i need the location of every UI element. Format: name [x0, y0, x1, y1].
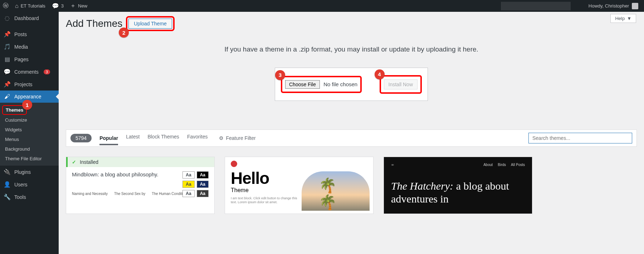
- upload-theme-button[interactable]: Upload Theme: [128, 19, 172, 29]
- swatch: Aa: [182, 181, 194, 188]
- elementor-icon: [231, 161, 237, 167]
- theme-count: 5794: [70, 134, 92, 142]
- home-icon: ⌂: [15, 3, 19, 9]
- toolbar-new-label: New: [78, 3, 87, 9]
- toolbar-account[interactable]: Howdy, Christopher: [589, 3, 641, 9]
- sidebar-label: Media: [14, 44, 28, 50]
- sidebar-plugins[interactable]: 🔌Plugins: [0, 166, 59, 178]
- swatch: Aa: [197, 190, 209, 197]
- annotation-4: 4: [375, 69, 385, 79]
- toolbar-new[interactable]: ＋ New: [70, 2, 87, 10]
- caret-down-icon: ▼: [627, 16, 631, 21]
- wordpress-icon: ⓦ: [3, 2, 9, 10]
- tt-post: The Second Sex by: [114, 192, 145, 196]
- color-swatches: Aa Aa Aa Aa Aa Aa: [182, 171, 209, 197]
- dashboard-icon: ◌: [4, 15, 11, 21]
- upload-theme-highlight: Upload Theme 2: [126, 16, 175, 31]
- appearance-submenu: Themes 1 Customize Widgets Menus Backgro…: [0, 103, 59, 166]
- submenu-theme-file-editor[interactable]: Theme File Editor: [0, 154, 59, 163]
- theme-card[interactable]: ✓ Installed Mindblown: a blog about phil…: [66, 157, 215, 214]
- toolbar-comments[interactable]: 💬 3: [52, 3, 64, 9]
- toolbar-comment-count: 3: [61, 3, 64, 9]
- sidebar-posts[interactable]: 📌Posts: [0, 28, 59, 40]
- filter-latest[interactable]: Latest: [126, 134, 140, 142]
- installed-label: Installed: [80, 159, 98, 165]
- sidebar-label: Pages: [14, 57, 29, 62]
- pin-icon: 📌: [4, 31, 11, 38]
- sidebar-label: Tools: [14, 194, 26, 200]
- swatch: Aa: [182, 171, 194, 179]
- admin-sidebar: ◌Dashboard 📌Posts 🎵Media ▤Pages 💬Comment…: [0, 12, 59, 254]
- plug-icon: 🔌: [4, 168, 11, 175]
- sidebar-label: Users: [14, 182, 28, 187]
- installed-banner: ✓ Installed: [66, 157, 214, 167]
- upload-panel: Choose File No file chosen 3 Install Now…: [275, 68, 428, 101]
- sidebar-label: Plugins: [14, 169, 31, 175]
- no-file-label: No file chosen: [323, 81, 357, 87]
- theme-card[interactable]: Hello Theme I am text block. Click edit …: [225, 157, 374, 214]
- sidebar-label: Dashboard: [14, 15, 39, 21]
- sidebar-label: Projects: [14, 82, 33, 87]
- theme-preview: Mindblown: a blog about philosophy. Nami…: [66, 167, 214, 214]
- submenu-customize[interactable]: Customize: [0, 115, 59, 125]
- hello-lorem: I am text block. Click edit button to ch…: [231, 196, 299, 204]
- site-name: ET Tutorials: [21, 3, 45, 9]
- avatar: [632, 3, 638, 9]
- annotation-1: 1: [22, 100, 32, 110]
- feature-filter[interactable]: ⚙ Feature Filter: [219, 135, 255, 141]
- page-title: Add Themes: [66, 18, 122, 29]
- media-icon: 🎵: [4, 43, 11, 50]
- help-tab[interactable]: Help ▼: [610, 14, 636, 23]
- sidebar-projects[interactable]: 📌Projects: [0, 78, 59, 91]
- feature-filter-label: Feature Filter: [226, 135, 255, 141]
- gear-icon: ⚙: [219, 135, 224, 141]
- wp-logo[interactable]: ⓦ: [3, 2, 9, 10]
- filter-popular[interactable]: Popular: [99, 135, 118, 145]
- sidebar-media[interactable]: 🎵Media: [0, 40, 59, 53]
- sidebar-label: Comments: [14, 69, 39, 75]
- swatch: Aa: [197, 171, 209, 179]
- comment-icon: 💬: [4, 68, 11, 75]
- sidebar-pages[interactable]: ▤Pages: [0, 53, 59, 65]
- submenu-menus[interactable]: Menus: [0, 135, 59, 144]
- page-icon: ▤: [4, 56, 11, 63]
- dark-nav-link: About: [483, 163, 493, 167]
- sidebar-label: Appearance: [14, 94, 42, 99]
- sidebar-label: Posts: [14, 31, 27, 37]
- hello-image: 🌴🌴: [302, 171, 370, 211]
- sidebar-tools[interactable]: 🔧Tools: [0, 191, 59, 203]
- theme-grid: ✓ Installed Mindblown: a blog about phil…: [66, 157, 637, 214]
- choose-file-button[interactable]: Choose File: [285, 80, 320, 89]
- theme-card[interactable]: ○○ About Birds All Posts The Hatchery: a…: [384, 157, 532, 214]
- sidebar-comments[interactable]: 💬Comments3: [0, 65, 59, 78]
- comment-icon: 💬: [52, 3, 59, 9]
- install-now-highlight: Install Now 4: [380, 75, 422, 94]
- brush-icon: 🖌: [4, 93, 11, 100]
- admin-toolbar: ⓦ ⌂ ET Tutorials 💬 3 ＋ New Howdy, Christ…: [0, 0, 644, 12]
- submenu-background[interactable]: Background: [0, 144, 59, 154]
- swatch: Aa: [197, 181, 209, 188]
- filter-favorites[interactable]: Favorites: [187, 134, 208, 142]
- dark-nav: About Birds All Posts: [483, 163, 525, 167]
- search-themes-input[interactable]: [528, 133, 632, 143]
- toolbar-greeting: Howdy, Christopher: [589, 3, 629, 9]
- toolbar-search-box[interactable]: [501, 2, 571, 10]
- upload-instruction: If you have a theme in a .zip format, yo…: [66, 45, 637, 53]
- site-name-link[interactable]: ⌂ ET Tutorials: [15, 3, 45, 9]
- choose-file-highlight: Choose File No file chosen 3: [281, 76, 362, 93]
- check-icon: ✓: [72, 159, 76, 165]
- dark-title: The Hatchery: a blog about adventures in: [391, 180, 525, 205]
- sidebar-dashboard[interactable]: ◌Dashboard: [0, 12, 59, 24]
- annotation-2: 2: [119, 28, 129, 38]
- sidebar-users[interactable]: 👤Users: [0, 178, 59, 191]
- logo-rings-icon: ○○: [391, 163, 392, 167]
- submenu-widgets[interactable]: Widgets: [0, 125, 59, 135]
- main-content: Help ▼ Add Themes Upload Theme 2 If you …: [59, 12, 644, 254]
- user-icon: 👤: [4, 181, 11, 188]
- filter-block-themes[interactable]: Block Themes: [147, 134, 179, 142]
- plus-icon: ＋: [70, 2, 76, 10]
- theme-filter-bar: 5794 Popular Latest Block Themes Favorit…: [66, 130, 637, 147]
- install-now-button[interactable]: Install Now: [384, 79, 418, 89]
- pin-icon: 📌: [4, 81, 11, 88]
- tt-post: The Human Condition: [152, 192, 186, 196]
